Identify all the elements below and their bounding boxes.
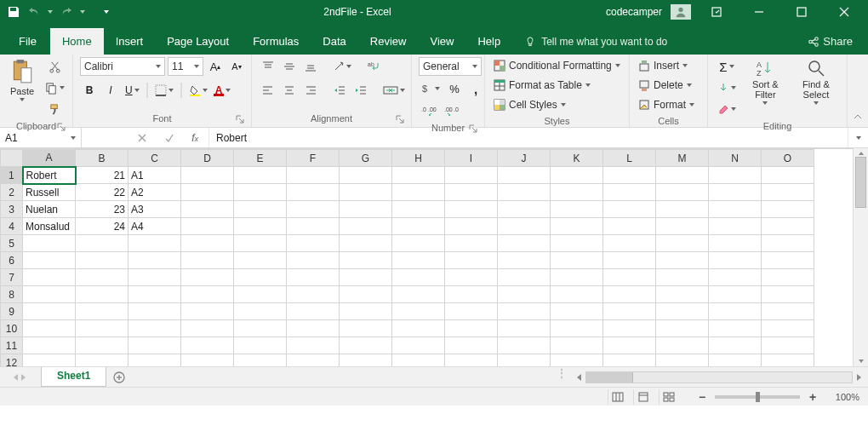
tab-insert[interactable]: Insert <box>104 28 156 55</box>
cell-B12[interactable] <box>76 354 128 367</box>
scroll-right-icon[interactable] <box>856 373 863 382</box>
cell-C11[interactable] <box>128 337 181 354</box>
comma-format-button[interactable]: , <box>466 79 485 98</box>
cell-J10[interactable] <box>498 320 551 337</box>
cell-H3[interactable] <box>392 201 445 218</box>
cell-K5[interactable] <box>551 235 603 252</box>
cell-E2[interactable] <box>234 184 287 201</box>
worksheet-grid[interactable]: ABCDEFGHIJKLMNO1Robert21A12Russell22A23N… <box>0 148 853 366</box>
cell-F7[interactable] <box>287 269 340 286</box>
orientation-button[interactable] <box>330 57 354 76</box>
cell-G2[interactable] <box>340 184 392 201</box>
sheet-tab-active[interactable]: Sheet1 <box>41 367 106 387</box>
shrink-font-button[interactable]: A▾ <box>227 57 246 76</box>
col-header-G[interactable]: G <box>340 150 392 167</box>
cell-E4[interactable] <box>234 218 287 235</box>
cell-G11[interactable] <box>340 337 392 354</box>
cell-B5[interactable] <box>76 235 128 252</box>
cell-D11[interactable] <box>181 337 234 354</box>
cell-E9[interactable] <box>234 303 287 320</box>
scroll-up-icon[interactable] <box>858 150 865 157</box>
row-header-3[interactable]: 3 <box>1 201 23 218</box>
cell-L3[interactable] <box>603 201 656 218</box>
cell-F2[interactable] <box>287 184 340 201</box>
hscroll-thumb[interactable] <box>586 372 633 383</box>
cell-I9[interactable] <box>445 303 498 320</box>
cell-E6[interactable] <box>234 252 287 269</box>
cell-L7[interactable] <box>603 269 656 286</box>
row-header-10[interactable]: 10 <box>1 320 23 337</box>
cell-N11[interactable] <box>709 337 762 354</box>
cell-E8[interactable] <box>234 286 287 303</box>
cell-H9[interactable] <box>392 303 445 320</box>
wrap-text-button[interactable]: ab <box>364 57 385 76</box>
cell-J7[interactable] <box>498 269 551 286</box>
cell-M2[interactable] <box>656 184 709 201</box>
cell-F11[interactable] <box>287 337 340 354</box>
col-header-I[interactable]: I <box>445 150 498 167</box>
tab-formulas[interactable]: Formulas <box>241 28 311 55</box>
cell-L1[interactable] <box>603 167 656 184</box>
cell-C6[interactable] <box>128 252 181 269</box>
row-header-6[interactable]: 6 <box>1 252 23 269</box>
prev-sheet-icon[interactable] <box>12 373 19 382</box>
row-header-1[interactable]: 1 <box>1 167 23 184</box>
redo-dropdown-icon[interactable] <box>80 10 85 14</box>
cell-J9[interactable] <box>498 303 551 320</box>
cell-G3[interactable] <box>340 201 392 218</box>
cell-M1[interactable] <box>656 167 709 184</box>
cell-H4[interactable] <box>392 218 445 235</box>
cell-A12[interactable] <box>23 354 76 367</box>
tab-review[interactable]: Review <box>358 28 419 55</box>
save-icon[interactable] <box>7 5 20 19</box>
cell-B4[interactable]: 24 <box>76 218 128 235</box>
col-header-H[interactable]: H <box>392 150 445 167</box>
cell-E10[interactable] <box>234 320 287 337</box>
find-select-button[interactable]: Find & Select <box>792 57 840 106</box>
cell-D9[interactable] <box>181 303 234 320</box>
cell-G12[interactable] <box>340 354 392 367</box>
cell-A6[interactable] <box>23 252 76 269</box>
conditional-formatting-button[interactable]: Conditional Formatting <box>492 57 622 74</box>
cell-C3[interactable]: A3 <box>128 201 181 218</box>
cell-I7[interactable] <box>445 269 498 286</box>
cell-F9[interactable] <box>287 303 340 320</box>
cell-M12[interactable] <box>656 354 709 367</box>
zoom-out-button[interactable]: − <box>696 390 708 404</box>
minimize-button[interactable] <box>742 0 776 24</box>
clear-button[interactable] <box>715 100 739 118</box>
cell-N7[interactable] <box>709 269 762 286</box>
cell-N6[interactable] <box>709 252 762 269</box>
cell-L5[interactable] <box>603 235 656 252</box>
cell-J8[interactable] <box>498 286 551 303</box>
insert-function-icon[interactable]: fx <box>191 132 200 144</box>
fill-color-button[interactable] <box>186 81 210 100</box>
underline-button[interactable]: U <box>123 81 142 100</box>
cell-F6[interactable] <box>287 252 340 269</box>
cell-J5[interactable] <box>498 235 551 252</box>
cell-M6[interactable] <box>656 252 709 269</box>
new-sheet-button[interactable] <box>106 367 132 387</box>
cell-G6[interactable] <box>340 252 392 269</box>
cell-E12[interactable] <box>234 354 287 367</box>
qat-customize-icon[interactable] <box>104 10 109 14</box>
cell-M11[interactable] <box>656 337 709 354</box>
cell-F8[interactable] <box>287 286 340 303</box>
format-cells-button[interactable]: Format <box>637 96 696 113</box>
cell-D2[interactable] <box>181 184 234 201</box>
row-header-11[interactable]: 11 <box>1 337 23 354</box>
cell-C7[interactable] <box>128 269 181 286</box>
cell-M8[interactable] <box>656 286 709 303</box>
col-header-D[interactable]: D <box>181 150 234 167</box>
insert-cells-button[interactable]: Insert <box>637 57 689 74</box>
cell-M9[interactable] <box>656 303 709 320</box>
cell-D6[interactable] <box>181 252 234 269</box>
cell-H1[interactable] <box>392 167 445 184</box>
cell-C10[interactable] <box>128 320 181 337</box>
page-layout-view-button[interactable] <box>633 389 652 405</box>
cell-A7[interactable] <box>23 269 76 286</box>
vertical-scrollbar[interactable] <box>853 148 868 366</box>
cell-O11[interactable] <box>762 337 814 354</box>
cell-E11[interactable] <box>234 337 287 354</box>
cell-M3[interactable] <box>656 201 709 218</box>
